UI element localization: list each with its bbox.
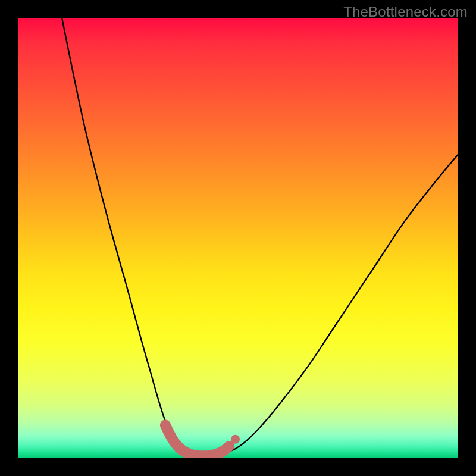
highlight-band-stroke	[165, 425, 229, 456]
plot-area	[18, 18, 458, 458]
chart-overlay	[18, 18, 458, 458]
highlight-band	[165, 425, 240, 456]
curve-line	[62, 18, 458, 456]
chart-frame: TheBottleneck.com	[0, 0, 476, 476]
highlight-end-dot	[231, 435, 240, 444]
